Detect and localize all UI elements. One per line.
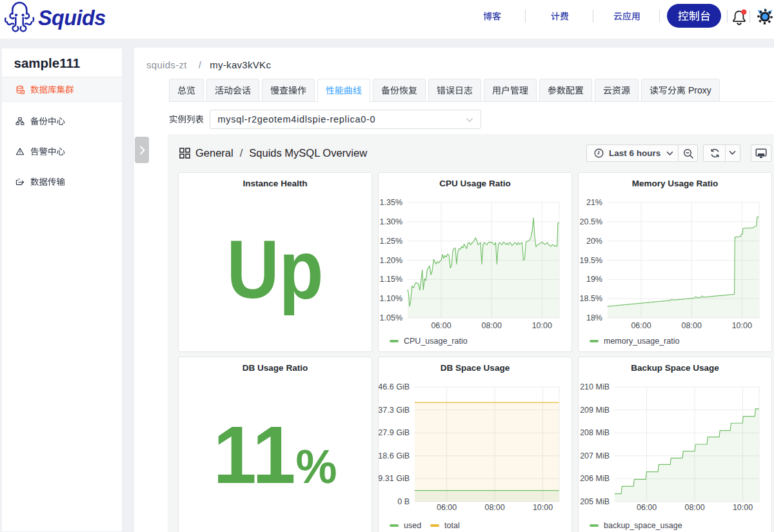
svg-text:19.5%: 19.5%	[580, 256, 602, 265]
svg-text:18.6 GiB: 18.6 GiB	[379, 451, 410, 460]
svg-text:20%: 20%	[586, 237, 602, 246]
svg-text:10:00: 10:00	[532, 321, 552, 330]
svg-text:10:00: 10:00	[733, 503, 753, 512]
svg-text:08:00: 08:00	[682, 321, 702, 330]
svg-text:08:00: 08:00	[684, 503, 704, 512]
svg-text:9.31 GiB: 9.31 GiB	[379, 474, 410, 483]
svg-text:1.30%: 1.30%	[380, 217, 402, 226]
svg-text:46.6 GiB: 46.6 GiB	[379, 382, 410, 391]
svg-text:1.15%: 1.15%	[380, 275, 402, 284]
svg-text:208 MiB: 208 MiB	[580, 428, 610, 437]
svg-text:1.05%: 1.05%	[380, 313, 402, 322]
svg-text:207 MiB: 207 MiB	[580, 451, 610, 460]
svg-text:21%: 21%	[586, 198, 602, 207]
svg-text:06:00: 06:00	[631, 321, 651, 330]
svg-text:10:00: 10:00	[533, 503, 553, 512]
svg-text:205 MiB: 205 MiB	[580, 497, 610, 506]
svg-text:06:00: 06:00	[431, 321, 451, 330]
svg-text:08:00: 08:00	[482, 321, 502, 330]
svg-text:209 MiB: 209 MiB	[580, 406, 610, 415]
svg-text:210 MiB: 210 MiB	[580, 382, 610, 391]
svg-text:10:00: 10:00	[732, 321, 752, 330]
svg-text:19%: 19%	[586, 275, 602, 284]
svg-text:27.9 GiB: 27.9 GiB	[379, 428, 410, 437]
svg-text:0 B: 0 B	[397, 497, 410, 506]
svg-text:37.3 GiB: 37.3 GiB	[379, 406, 410, 415]
svg-text:1.10%: 1.10%	[380, 294, 402, 303]
svg-text:06:00: 06:00	[637, 503, 657, 512]
svg-text:20.5%: 20.5%	[580, 217, 602, 226]
svg-text:1.20%: 1.20%	[380, 256, 402, 265]
svg-text:1.35%: 1.35%	[380, 198, 402, 207]
svg-text:18.5%: 18.5%	[580, 294, 602, 303]
svg-text:08:00: 08:00	[484, 503, 504, 512]
svg-text:18%: 18%	[586, 313, 602, 322]
svg-text:206 MiB: 206 MiB	[580, 474, 610, 483]
svg-text:06:00: 06:00	[437, 503, 457, 512]
svg-text:1.25%: 1.25%	[380, 237, 402, 246]
